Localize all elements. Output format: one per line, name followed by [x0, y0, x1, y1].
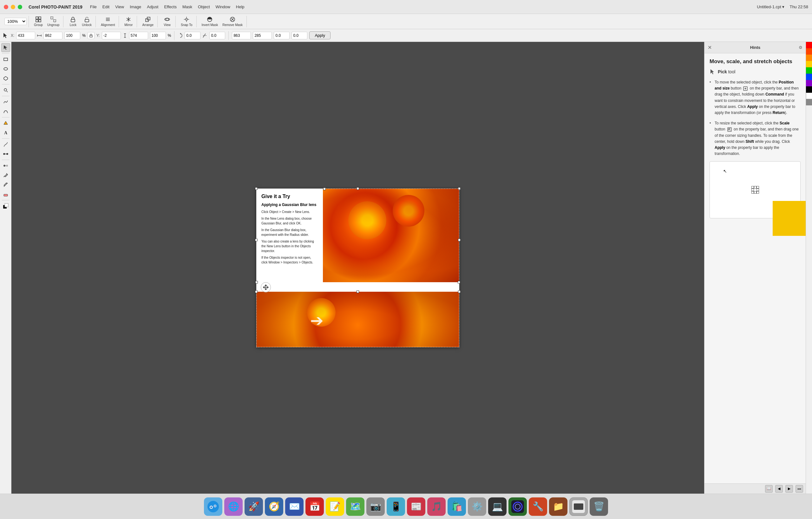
- dock-trash[interactable]: 🗑️: [590, 497, 608, 516]
- color-yellow[interactable]: [806, 61, 812, 67]
- unlock-button[interactable]: Unlock: [80, 15, 93, 28]
- menu-adjust[interactable]: Adjust: [147, 4, 158, 9]
- remove-mask-button[interactable]: Remove Mask: [221, 15, 244, 28]
- lock-ratio-button[interactable]: [88, 32, 94, 39]
- dock-systemprefs[interactable]: ⚙️: [468, 497, 486, 516]
- arrange-button[interactable]: Arrange: [140, 15, 155, 28]
- polygon-tool[interactable]: [1, 74, 10, 83]
- dock-calendar[interactable]: 📅: [306, 497, 324, 516]
- y-input[interactable]: [102, 32, 121, 39]
- pos4-input[interactable]: [291, 32, 307, 39]
- menu-view[interactable]: View: [115, 4, 124, 9]
- pos3-input[interactable]: [274, 32, 290, 39]
- zoom-tool[interactable]: [1, 86, 10, 94]
- dock-finder[interactable]: [204, 497, 222, 516]
- zoom-select[interactable]: 100%: [4, 18, 27, 25]
- dock-terminal[interactable]: 💻: [488, 497, 506, 516]
- color-red[interactable]: [806, 42, 812, 48]
- panel-preview: ↖: [709, 161, 801, 218]
- color-blue[interactable]: [806, 74, 812, 80]
- scroll-right-button[interactable]: ▶: [785, 485, 793, 493]
- object-move-icon: [261, 282, 271, 292]
- eraser-tool[interactable]: [1, 190, 10, 199]
- dock-safari[interactable]: 🧭: [265, 497, 283, 516]
- dock-mail[interactable]: ✉️: [285, 497, 303, 516]
- dock-launchpad[interactable]: 🚀: [244, 497, 263, 516]
- menu-object[interactable]: Object: [198, 4, 210, 9]
- minimize-button[interactable]: [11, 5, 15, 9]
- rotation-input[interactable]: [184, 32, 200, 39]
- close-button[interactable]: [4, 5, 8, 9]
- panel-footer: 📖 ◀ ▶ •••: [704, 484, 806, 494]
- ungroup-button[interactable]: Ungroup: [46, 15, 61, 28]
- dock-appstore[interactable]: 🛍️: [447, 497, 466, 516]
- width-pct-input[interactable]: [64, 32, 80, 39]
- dock-facetime[interactable]: 📱: [387, 497, 405, 516]
- width-icon: [37, 33, 41, 38]
- group-button[interactable]: Group: [32, 15, 45, 28]
- apply-button[interactable]: Apply: [309, 31, 330, 39]
- rectangle-tool[interactable]: [1, 55, 10, 64]
- x-input[interactable]: [16, 32, 35, 39]
- dock-finder2[interactable]: [569, 497, 588, 516]
- menu-edit[interactable]: Edit: [103, 4, 110, 9]
- color-foreground[interactable]: [1, 201, 10, 211]
- mirror-button[interactable]: Mirror: [122, 15, 135, 28]
- paint-tool[interactable]: [1, 180, 10, 189]
- dock-corel[interactable]: [509, 497, 527, 516]
- menu-effects[interactable]: Effects: [164, 4, 177, 9]
- ellipse-tool[interactable]: [1, 64, 10, 73]
- pick-tool[interactable]: [1, 43, 10, 52]
- color-white[interactable]: [806, 93, 812, 99]
- dock-files[interactable]: 📁: [549, 497, 568, 516]
- skew-input[interactable]: [209, 32, 225, 39]
- smart-fill-tool[interactable]: [1, 119, 10, 128]
- color-green[interactable]: [806, 67, 812, 74]
- menu-mask[interactable]: Mask: [182, 4, 192, 9]
- bezier-tool[interactable]: [1, 107, 10, 116]
- color-orange-red[interactable]: [806, 48, 812, 55]
- menu-image[interactable]: Image: [130, 4, 141, 9]
- lock-button[interactable]: Lock: [67, 15, 79, 28]
- color-black[interactable]: [806, 86, 812, 93]
- svg-rect-3: [39, 20, 41, 22]
- dock-tool1[interactable]: 🔧: [529, 497, 547, 516]
- color-gray[interactable]: [806, 99, 812, 105]
- alignment-button[interactable]: Alignment: [99, 15, 117, 28]
- menu-help[interactable]: Help: [236, 4, 244, 9]
- pos1-input[interactable]: [232, 32, 251, 39]
- freehand-tool[interactable]: [1, 98, 10, 106]
- blend-tool[interactable]: [1, 161, 10, 170]
- dock-siri[interactable]: 🌐: [224, 497, 243, 516]
- dock-news[interactable]: 📰: [407, 497, 425, 516]
- menu-window[interactable]: Window: [216, 4, 230, 9]
- parallel-dimension-tool[interactable]: [1, 140, 10, 149]
- connector-tool[interactable]: [1, 149, 10, 158]
- view-button[interactable]: View: [161, 15, 174, 28]
- dock-photos[interactable]: 📷: [366, 497, 385, 516]
- menu-file[interactable]: File: [90, 4, 97, 9]
- color-orange[interactable]: [806, 55, 812, 61]
- height-pct-input[interactable]: [150, 32, 166, 39]
- panel-close-button[interactable]: ✕: [708, 45, 712, 51]
- maximize-button[interactable]: [18, 5, 22, 9]
- dock-music[interactable]: 🎵: [427, 497, 446, 516]
- panel-settings-button[interactable]: ⚙: [799, 45, 803, 50]
- traffic-lights[interactable]: [4, 5, 22, 9]
- arrow-overlay: ➔: [310, 311, 323, 330]
- eyedropper-tool[interactable]: [1, 171, 10, 180]
- dock-maps[interactable]: 🗺️: [346, 497, 365, 516]
- svg-rect-1: [39, 17, 41, 19]
- text-tool[interactable]: A: [1, 128, 10, 137]
- invert-mask-button[interactable]: Invert Mask: [200, 15, 220, 28]
- scroll-book-button[interactable]: 📖: [765, 485, 773, 493]
- dock-notes[interactable]: 📝: [326, 497, 344, 516]
- pos2-input[interactable]: [253, 32, 272, 39]
- snapto-button[interactable]: Snap To: [179, 15, 195, 28]
- scroll-left-button[interactable]: ◀: [775, 485, 783, 493]
- height-input[interactable]: [129, 32, 148, 39]
- more-button[interactable]: •••: [795, 485, 803, 493]
- width-input[interactable]: [44, 32, 62, 39]
- panel-body: Move, scale, and stretch objects Pick to…: [704, 53, 806, 484]
- color-purple[interactable]: [806, 80, 812, 86]
